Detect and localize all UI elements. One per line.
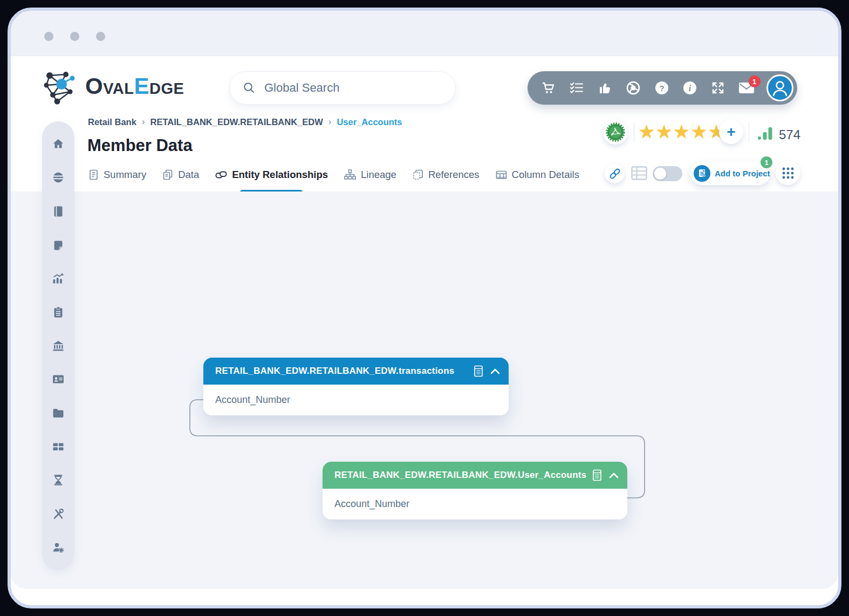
contact-card-icon[interactable] xyxy=(52,373,65,386)
wordmark-part1: Oval xyxy=(85,73,134,99)
window-control-dot[interactable] xyxy=(96,32,105,41)
search-icon xyxy=(243,81,256,94)
tab-column-details[interactable]: Column Details xyxy=(496,169,579,181)
header-toolbar: ? i 1 xyxy=(528,71,797,105)
profile-avatar[interactable] xyxy=(766,74,793,101)
entity-card-user-accounts: RETAIL_BANK_EDW.RETAILBANK_EDW.User_Acco… xyxy=(323,462,627,519)
ovaledge-logo-icon[interactable] xyxy=(42,68,78,105)
apps-menu-button[interactable] xyxy=(776,161,800,185)
add-to-project-button[interactable]: Add to Project 1 xyxy=(690,162,770,185)
window-control-dot[interactable] xyxy=(70,32,79,41)
tab-label: Column Details xyxy=(512,169,579,181)
tab-summary[interactable]: Summary xyxy=(88,169,146,181)
global-search[interactable] xyxy=(229,71,456,105)
copy-link-button[interactable] xyxy=(605,163,625,183)
left-sidebar xyxy=(42,121,74,570)
data-catalog-icon[interactable] xyxy=(52,171,65,184)
window-control-dot[interactable] xyxy=(44,32,53,41)
tab-label: Data xyxy=(178,169,199,181)
thumbs-up-icon[interactable] xyxy=(597,81,613,95)
star-icon[interactable]: ★ xyxy=(638,121,655,142)
tab-label: Summary xyxy=(104,169,146,181)
tab-bar: Summary Data Entity Relationships Lineag… xyxy=(88,165,579,184)
table-view-icon[interactable] xyxy=(631,166,647,183)
grid-menu-icon xyxy=(781,166,795,180)
tab-lineage[interactable]: Lineage xyxy=(344,169,396,181)
reports-icon[interactable] xyxy=(52,272,65,285)
chevron-up-icon[interactable] xyxy=(609,473,619,478)
breadcrumb: Retail Bank › RETAIL_BANK_EDW.RETAILBANK… xyxy=(88,117,402,127)
tab-entity-relationships[interactable]: Entity Relationships xyxy=(215,169,328,181)
wordmark-part2: dge xyxy=(149,73,184,99)
tasks-icon[interactable] xyxy=(569,81,585,95)
book-icon[interactable] xyxy=(52,205,65,218)
view-toggle[interactable] xyxy=(653,166,682,181)
dashboard-tiles-icon[interactable] xyxy=(52,440,65,453)
wordmark-accent: E xyxy=(134,73,150,99)
browser-window: OvalEdge ? i xyxy=(8,8,841,608)
window-titlebar xyxy=(11,11,838,56)
ovaledge-wordmark: OvalEdge xyxy=(85,71,184,101)
screenshot-stage: OvalEdge ? i xyxy=(0,0,849,616)
bank-icon[interactable] xyxy=(52,339,65,352)
entity-column: Account_Number xyxy=(203,385,509,415)
svg-text:?: ? xyxy=(659,84,664,93)
mail-icon[interactable]: 1 xyxy=(738,81,755,95)
entity-card-header[interactable]: RETAIL_BANK_EDW.RETAILBANK_EDW.User_Acco… xyxy=(323,462,627,489)
star-icon[interactable]: ★ xyxy=(690,121,708,142)
star-icon[interactable]: ★ xyxy=(673,121,690,142)
popularity-icon xyxy=(757,126,773,140)
search-input[interactable] xyxy=(263,80,444,95)
tab-references[interactable]: References xyxy=(413,169,480,181)
project-count-badge: 1 xyxy=(761,156,772,168)
page-title: Member Data xyxy=(87,136,193,155)
note-icon[interactable] xyxy=(52,238,65,251)
tools-icon[interactable] xyxy=(52,508,65,521)
table-doc-icon[interactable] xyxy=(474,365,484,377)
rating-stars[interactable]: ★★★★★ xyxy=(638,121,725,142)
entity-card-header[interactable]: RETAIL_BANK_EDW.RETAILBANK_EDW.transacti… xyxy=(203,358,509,385)
tab-label: Entity Relationships xyxy=(232,169,328,181)
cart-icon[interactable] xyxy=(540,81,557,95)
document-icon xyxy=(88,169,99,180)
breadcrumb-item[interactable]: RETAIL_BANK_EDW.RETAILBANK_EDW xyxy=(150,117,323,127)
folder-icon[interactable] xyxy=(52,407,65,420)
entity-card-title: RETAIL_BANK_EDW.RETAILBANK_EDW.User_Acco… xyxy=(334,470,592,481)
references-icon xyxy=(413,169,423,180)
table-doc-icon[interactable] xyxy=(592,469,602,481)
info-icon[interactable]: i xyxy=(682,81,698,95)
pages-icon xyxy=(162,169,173,180)
entity-card-transactions: RETAIL_BANK_EDW.RETAILBANK_EDW.transacti… xyxy=(203,358,509,415)
entity-card-title: RETAIL_BANK_EDW.RETAILBANK_EDW.transacti… xyxy=(215,366,474,377)
project-doc-icon xyxy=(694,165,710,182)
certification-seal xyxy=(603,120,628,145)
fullscreen-icon[interactable] xyxy=(710,81,726,95)
tab-data[interactable]: Data xyxy=(162,169,199,181)
svg-text:i: i xyxy=(689,84,691,93)
divider xyxy=(634,123,634,142)
browser-icon[interactable] xyxy=(625,81,641,95)
breadcrumb-item-current[interactable]: User_Accounts xyxy=(337,117,402,127)
mail-badge: 1 xyxy=(749,76,761,87)
add-to-project-label: Add to Project xyxy=(715,169,770,178)
home-icon[interactable] xyxy=(52,138,65,150)
breadcrumb-item[interactable]: Retail Bank xyxy=(88,117,136,127)
breadcrumb-separator: › xyxy=(142,117,145,127)
plus-icon: + xyxy=(727,124,735,141)
view-count: 574 xyxy=(779,127,800,142)
toggle-knob xyxy=(654,168,666,180)
window-inner: OvalEdge ? i xyxy=(11,11,838,605)
add-rating-button[interactable]: + xyxy=(719,120,743,144)
user-settings-icon[interactable] xyxy=(52,541,65,554)
entity-column: Account_Number xyxy=(323,489,627,519)
help-icon[interactable]: ? xyxy=(654,81,670,95)
breadcrumb-separator: › xyxy=(328,117,332,127)
link-chain-icon xyxy=(215,169,227,180)
hourglass-icon[interactable] xyxy=(52,474,65,487)
clipboard-icon[interactable] xyxy=(52,306,65,319)
link-icon xyxy=(609,168,621,180)
star-icon[interactable]: ★ xyxy=(655,121,673,142)
chevron-up-icon[interactable] xyxy=(490,368,500,374)
divider xyxy=(749,123,749,142)
table-columns-icon xyxy=(496,169,507,180)
